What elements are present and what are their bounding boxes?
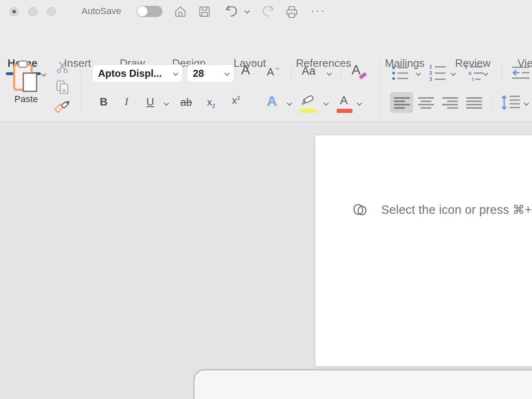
copilot-icon[interactable] xyxy=(352,202,368,218)
underline-chevron[interactable] xyxy=(164,100,169,106)
copilot-hint-text: Select the icon or press ⌘+\ xyxy=(381,203,532,217)
font-name-select[interactable]: Aptos Displ... xyxy=(92,64,183,83)
autosave-label: AutoSave xyxy=(81,6,121,17)
font-color-button[interactable]: A xyxy=(340,94,348,107)
redo-icon xyxy=(261,4,275,18)
paste-button[interactable]: Paste xyxy=(8,94,44,105)
change-case-button[interactable]: Aa xyxy=(302,65,315,78)
document-canvas[interactable]: Select the icon or press ⌘+\ xyxy=(0,122,532,399)
underline-button[interactable]: U xyxy=(146,95,154,108)
clear-formatting-button[interactable]: A xyxy=(352,62,360,78)
paste-icon[interactable] xyxy=(12,60,40,94)
shrink-font-button[interactable]: A xyxy=(267,66,274,78)
numbering-chevron[interactable] xyxy=(451,71,456,76)
more-commands-icon[interactable]: ··· xyxy=(310,3,325,17)
document-page[interactable]: Select the icon or press ⌘+\ xyxy=(315,135,532,367)
text-effects-button[interactable]: A xyxy=(267,93,277,109)
bottom-panel[interactable] xyxy=(194,370,532,399)
cut-icon[interactable] xyxy=(56,61,69,74)
highlight-chevron[interactable] xyxy=(323,100,329,106)
strikethrough-button[interactable]: ab xyxy=(180,96,192,108)
change-case-chevron[interactable] xyxy=(327,71,332,76)
window-minimize-button[interactable] xyxy=(28,7,37,16)
ribbon: Paste Aptos Displ... 28 xyxy=(0,55,532,122)
ribbon-tabbar: Home Insert Draw Design Layout Reference… xyxy=(0,23,532,55)
paste-dropdown-chevron[interactable] xyxy=(41,71,47,77)
copy-icon[interactable] xyxy=(55,80,69,95)
align-left-button[interactable] xyxy=(394,97,410,109)
word-window: { "titlebar": { "autosave_label": "AutoS… xyxy=(0,0,532,399)
svg-text:a: a xyxy=(468,70,471,76)
justify-button[interactable] xyxy=(466,97,482,109)
line-spacing-button[interactable] xyxy=(501,95,520,110)
multilevel-list-button[interactable]: 1ai xyxy=(465,64,484,81)
bold-button[interactable]: B xyxy=(100,95,108,108)
highlight-color-bar xyxy=(300,109,317,113)
bullets-button[interactable] xyxy=(392,66,409,81)
shrink-font-mark xyxy=(276,66,280,70)
copilot-prompt[interactable]: Select the icon or press ⌘+\ xyxy=(352,202,532,218)
autosave-toggle[interactable] xyxy=(137,6,163,17)
format-painter-icon[interactable] xyxy=(54,99,71,113)
small-divider xyxy=(341,65,341,81)
svg-text:1: 1 xyxy=(465,64,468,70)
home-quick-icon[interactable] xyxy=(174,5,187,18)
window-close-button[interactable] xyxy=(10,7,19,16)
superscript-button[interactable]: x2 xyxy=(232,95,240,106)
text-effects-chevron[interactable] xyxy=(287,100,292,106)
bullets-chevron[interactable] xyxy=(416,71,421,76)
small-divider xyxy=(502,63,502,81)
small-divider xyxy=(291,65,291,81)
grow-font-mark xyxy=(251,62,256,66)
svg-text:3: 3 xyxy=(429,76,432,81)
italic-button[interactable]: I xyxy=(125,95,128,108)
grow-font-button[interactable]: A xyxy=(241,62,250,78)
autosave-toggle-knob xyxy=(137,6,148,17)
align-center-button[interactable] xyxy=(418,97,434,109)
titlebar: AutoSave ··· xyxy=(0,0,532,23)
font-name-value: Aptos Displ... xyxy=(98,68,162,79)
undo-icon[interactable] xyxy=(224,4,239,18)
svg-text:i: i xyxy=(472,76,473,81)
window-zoom-button[interactable] xyxy=(47,7,56,16)
line-spacing-chevron[interactable] xyxy=(524,100,529,106)
print-icon[interactable] xyxy=(285,5,298,19)
group-divider xyxy=(81,61,81,115)
multilevel-list-chevron[interactable] xyxy=(483,71,488,76)
numbering-button[interactable]: 123 xyxy=(429,64,446,81)
align-right-button[interactable] xyxy=(442,97,458,109)
undo-dropdown-chevron[interactable] xyxy=(244,8,250,14)
subscript-button[interactable]: x2 xyxy=(207,96,215,109)
group-divider xyxy=(380,61,381,116)
small-divider xyxy=(492,94,492,112)
font-color-chevron[interactable] xyxy=(357,100,362,106)
save-icon[interactable] xyxy=(198,5,211,18)
svg-text:2: 2 xyxy=(429,70,432,76)
font-size-value: 28 xyxy=(193,68,204,79)
svg-text:1: 1 xyxy=(429,64,432,70)
font-color-bar xyxy=(337,109,352,113)
decrease-indent-button[interactable] xyxy=(512,66,530,81)
unsaved-dot xyxy=(12,10,16,13)
highlight-button[interactable] xyxy=(300,93,318,105)
